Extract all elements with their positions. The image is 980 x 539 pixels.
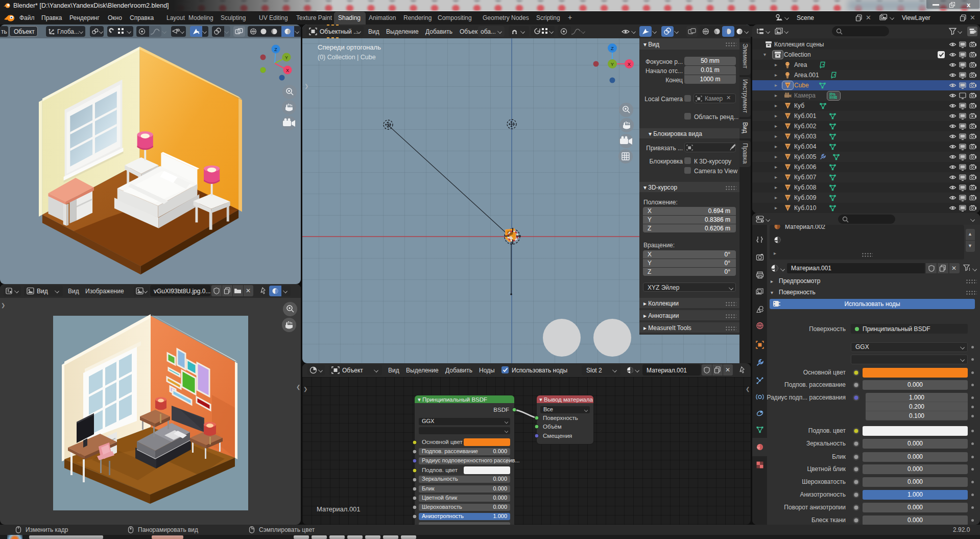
svg-text:Y: Y [285, 55, 288, 60]
svg-text:X: X [628, 61, 631, 67]
svg-text:Y: Y [611, 61, 614, 67]
svg-text:Z: Z [611, 45, 614, 51]
svg-text:X: X [286, 68, 289, 73]
svg-text:Z: Z [274, 47, 277, 52]
